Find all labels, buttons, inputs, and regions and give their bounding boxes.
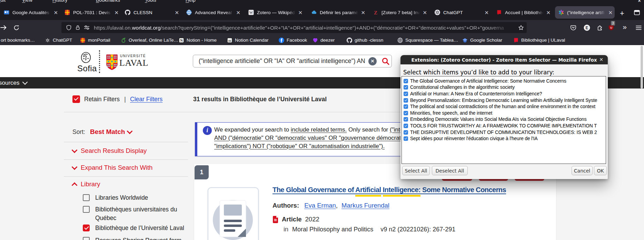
buq-checkbox[interactable] xyxy=(83,206,90,213)
select-all-button[interactable]: Select All xyxy=(402,166,430,175)
dialog-item-row[interactable]: TOOLS FOR TRUSTWORTHY AI: A FRAMEWORK TO… xyxy=(402,123,606,129)
menu-view[interactable]: View xyxy=(22,0,32,3)
reload-button[interactable] xyxy=(11,20,21,35)
dialog-close-icon[interactable]: ✕ xyxy=(599,57,603,62)
cancel-button[interactable]: Cancel xyxy=(572,166,593,175)
dialog-item-row[interactable]: The political and social contradictions … xyxy=(402,103,606,110)
permissions-icon[interactable] xyxy=(82,25,91,30)
bookmark-star-icon[interactable] xyxy=(515,25,527,31)
tab-clessn[interactable]: CLESSN ✕ xyxy=(121,6,181,19)
tab-definir-parametres[interactable]: Définir les paramèt ✕ xyxy=(308,6,367,19)
author-link-markus-furendal[interactable]: Markus Furendal xyxy=(341,202,389,209)
item-checkbox[interactable] xyxy=(404,117,408,122)
extensions-puzzle-icon[interactable] xyxy=(595,20,605,35)
resource-sharing-checkbox[interactable] xyxy=(83,237,90,240)
tab-accueil-bibliotheque[interactable]: Accueil | Bibliothèq ✕ xyxy=(493,6,553,19)
facet-library[interactable]: Library xyxy=(72,180,100,188)
search-box[interactable]: ("intelligence artificielle" OR "IA" OR … xyxy=(193,55,392,67)
libraries-worldwide-checkbox[interactable] xyxy=(83,194,90,201)
item-checkbox[interactable] xyxy=(404,85,408,90)
bookmark-import[interactable]: ort bookmarks… xyxy=(1,35,35,45)
item-checkbox[interactable] xyxy=(404,98,408,103)
tab-close-icon[interactable]: ✕ xyxy=(175,10,179,15)
window-close-icon[interactable]: × xyxy=(638,0,641,3)
tab-zotero-wikipedia[interactable]: W Zotero — Wikipédi ✕ xyxy=(245,6,305,19)
item-checkbox[interactable] xyxy=(404,104,408,109)
bookmark-notion[interactable]: N Notion - Home xyxy=(179,35,217,45)
bookmark-monportail[interactable]: monPortail xyxy=(80,35,110,45)
dialog-item-row[interactable]: Sept idées pour réinventer l'éducation c… xyxy=(402,135,606,142)
all-tabs-button[interactable] xyxy=(634,10,640,15)
tab-close-icon[interactable]: ✕ xyxy=(608,10,613,15)
bookmark-squarespace[interactable]: Squarespace — Tablea… xyxy=(397,35,458,45)
tab-close-icon[interactable]: ✕ xyxy=(546,10,551,15)
page-scrollbar[interactable] xyxy=(641,46,643,88)
ok-button[interactable]: OK xyxy=(594,166,607,175)
facet-search-results-display[interactable]: Search Results Display xyxy=(72,147,147,155)
pocket-icon[interactable] xyxy=(568,20,578,35)
clear-filters-link[interactable]: Clear Filters xyxy=(130,96,162,103)
tab-close-icon[interactable]: ✕ xyxy=(298,10,303,15)
overflow-chevrons-icon[interactable]: » xyxy=(620,19,629,34)
bookmark-overleaf[interactable]: Overleaf, Online LaTe… xyxy=(121,35,178,45)
dialog-item-row[interactable]: THE DISRUPTIVE DEVELOPMENT OF COMMUNICAT… xyxy=(402,129,606,136)
new-tab-button[interactable]: + xyxy=(620,9,624,18)
tab-close-icon[interactable]: ✕ xyxy=(53,10,58,15)
sort-value[interactable]: Best Match xyxy=(90,128,125,136)
dialog-item-row[interactable]: The Global Governance of Artificial Inte… xyxy=(402,78,606,84)
item-checkbox[interactable] xyxy=(404,92,408,96)
author-link-eva-erman[interactable]: Eva Erman xyxy=(304,202,336,209)
shield-icon[interactable] xyxy=(64,25,73,31)
forward-button[interactable] xyxy=(0,20,8,35)
menu-bookmarks[interactable]: Bookmarks xyxy=(96,0,120,3)
menu-help[interactable]: Help xyxy=(186,0,196,3)
dialog-item-list[interactable]: The Global Governance of Artificial Inte… xyxy=(402,76,606,164)
tab-close-icon[interactable]: ✕ xyxy=(236,10,240,15)
bookmark-facebook[interactable]: Facebook xyxy=(279,35,307,45)
item-checkbox[interactable] xyxy=(404,124,408,128)
tab-chatgpt[interactable]: ChatGPT ✕ xyxy=(431,6,491,19)
biblio-ulaval-checkbox[interactable] xyxy=(83,225,90,231)
bookmark-chatgpt[interactable]: ChatGPT xyxy=(45,35,72,45)
tab-worldcat-search-active[interactable]: ("intelligence artifi ✕ xyxy=(555,6,615,19)
tab-zotero-beta[interactable]: Z [Zotero 7 beta] Inv ✕ xyxy=(369,6,429,19)
sofia-logo[interactable] xyxy=(81,52,91,63)
deselect-all-button[interactable]: Deselect All xyxy=(432,166,468,175)
item-checkbox[interactable] xyxy=(404,79,408,83)
ulaval-shield-logo[interactable] xyxy=(106,54,118,70)
bookmark-notion-calendar[interactable]: 31 Notion Calendar xyxy=(227,35,269,45)
tab-close-icon[interactable]: ✕ xyxy=(114,10,119,15)
facet-expand-this-search[interactable]: Expand This Search With xyxy=(72,164,152,171)
tab-close-icon[interactable]: ✕ xyxy=(423,10,427,15)
only-search-for-link[interactable]: "implications") NOT ("robotique" OR "aut… xyxy=(214,143,385,149)
dialog-item-row[interactable]: Constitutional challenges in the algorit… xyxy=(402,84,606,91)
search-submit-icon[interactable] xyxy=(380,57,392,65)
site-nav-resources[interactable]: sources xyxy=(0,80,27,86)
dialog-titlebar[interactable]: Extension: (Zotero Connector) - Zotero I… xyxy=(400,55,608,64)
menu-history[interactable]: History xyxy=(52,0,68,3)
retain-filters-checkbox[interactable] xyxy=(72,95,80,103)
tab-advanced-reveal[interactable]: Advanced Reveal – ✕ xyxy=(183,6,242,19)
include-related-terms-link[interactable]: include related terms. xyxy=(291,126,347,133)
bookmark-biblio-ulaval[interactable]: Bibliothèque | ULaval xyxy=(513,35,565,45)
tab-pol7031[interactable]: POL-7031 : Devis d ✕ xyxy=(61,6,121,19)
result-title-link[interactable]: The Global Governance of Artificial Inte… xyxy=(273,186,506,194)
bookmark-google-scholar[interactable]: Google Scholar xyxy=(462,35,502,45)
extension-e-icon[interactable]: E xyxy=(582,20,592,35)
hamburger-menu-icon[interactable] xyxy=(634,20,643,35)
dialog-item-row[interactable]: Beyond Personalization: Embracing Democr… xyxy=(402,97,606,104)
item-checkbox[interactable] xyxy=(404,111,408,115)
tab-close-icon[interactable]: ✕ xyxy=(484,10,489,15)
menu-tools[interactable]: Tools xyxy=(145,0,156,3)
only-search-for-link[interactable]: AND ("démocratie" OR "democratic values"… xyxy=(214,135,406,141)
url-bar[interactable]: https://ulaval.on.worldcat.org/search?qu… xyxy=(61,22,527,33)
dialog-item-row[interactable]: Minorities, free speech, and the interne… xyxy=(402,110,606,116)
tab-close-icon[interactable]: ✕ xyxy=(361,10,365,15)
dialog-item-row[interactable]: Embedding Democratic Values into Social … xyxy=(402,116,606,123)
item-checkbox[interactable] xyxy=(404,130,408,135)
menu-edit[interactable]: Edit xyxy=(0,0,6,3)
tab-google-actualites[interactable]: Google Actualités - ✕ xyxy=(0,6,60,19)
clear-search-icon[interactable]: ✕ xyxy=(368,57,377,65)
lock-icon[interactable] xyxy=(73,25,82,30)
bookmark-deezer[interactable]: deezer xyxy=(313,35,335,45)
